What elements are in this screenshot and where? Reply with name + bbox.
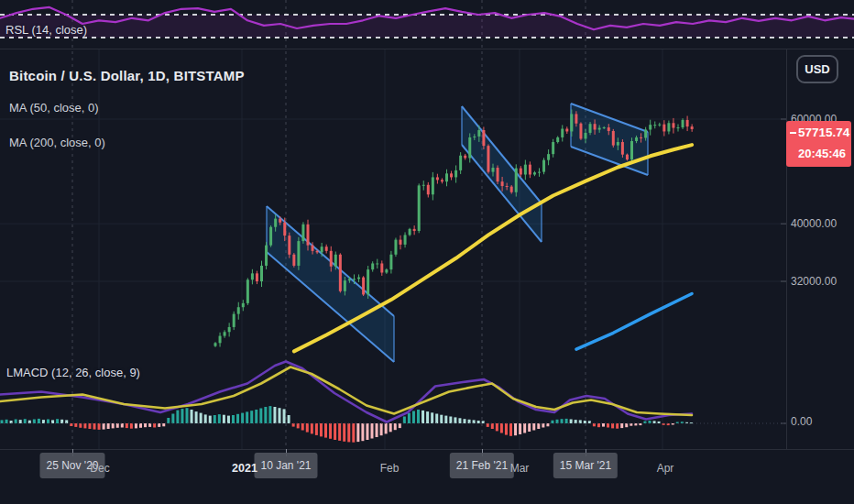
drawing-anchor-date-box: 10 Jan '21 bbox=[254, 453, 317, 478]
time-axis-month-label: Mar bbox=[510, 462, 530, 475]
price-line-tick bbox=[790, 132, 796, 134]
macd-indicator-label[interactable]: LMACD (12, 26, close, 9) bbox=[6, 366, 140, 379]
ma200-indicator-label[interactable]: MA (200, close, 0) bbox=[9, 136, 105, 149]
price-axis-label: 32000.00 bbox=[791, 275, 837, 288]
ma50-indicator-label[interactable]: MA (50, close, 0) bbox=[9, 101, 99, 115]
time-axis[interactable]: 25 Nov '2010 Jan '2121 Feb '2115 Mar '21… bbox=[0, 450, 854, 504]
symbol-title[interactable]: Bitcoin / U.S. Dollar, 1D, BITSTAMP bbox=[9, 68, 245, 83]
time-axis-year-label: 2021 bbox=[232, 462, 257, 475]
time-axis-month-label: Dec bbox=[90, 462, 109, 475]
last-price-value: 57715.74 bbox=[798, 126, 849, 139]
candlestick-series[interactable] bbox=[214, 109, 694, 346]
drawing-anchor-date-box: 15 Mar '21 bbox=[553, 453, 618, 478]
time-axis-month-label: Feb bbox=[380, 462, 400, 475]
rsi-pane bbox=[0, 7, 854, 38]
price-axis[interactable]: 60000.0040000.0032000.00 bbox=[786, 49, 854, 449]
last-price-badge: 57715.74 20:45:46 bbox=[786, 121, 851, 167]
parallel-channel-drawings[interactable] bbox=[267, 104, 648, 362]
macd-zero-axis-label: 0.00 bbox=[791, 415, 812, 428]
drawing-anchor-date-box: 21 Feb '21 bbox=[450, 453, 514, 478]
price-axis-label: 40000.00 bbox=[791, 217, 837, 230]
currency-toggle-button[interactable]: USD bbox=[796, 55, 838, 83]
time-axis-month-label: Apr bbox=[657, 462, 674, 475]
bar-close-countdown: 20:45:46 bbox=[798, 147, 846, 160]
rsi-indicator-label[interactable]: RSL (14, close) bbox=[5, 23, 87, 37]
pane-separators bbox=[0, 49, 854, 450]
gridlines bbox=[0, 49, 786, 449]
macd-histogram bbox=[0, 406, 786, 443]
ma200-line bbox=[576, 294, 692, 350]
